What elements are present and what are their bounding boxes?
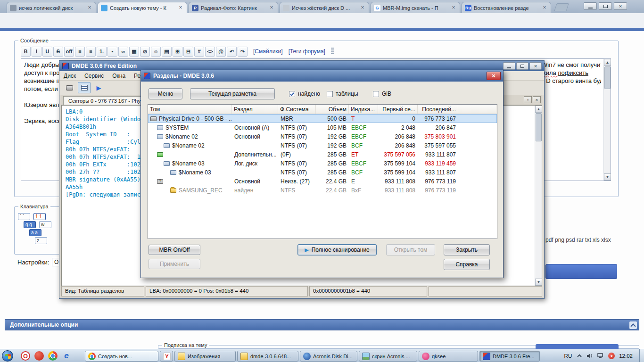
new-tab-button[interactable] xyxy=(554,3,569,11)
scroll-thumb[interactable] xyxy=(604,66,611,89)
tab-close-icon[interactable]: × xyxy=(86,5,93,11)
editor-attach-button[interactable]: @ xyxy=(216,47,226,57)
editor-underline-button[interactable]: U xyxy=(42,47,52,57)
editor-media-button[interactable]: ▤ xyxy=(162,47,172,57)
smilies-link[interactable]: [Смайлики] xyxy=(253,48,283,55)
column-header[interactable]: Объем xyxy=(316,105,349,114)
textarea-scrollbar[interactable]: ▲ ▼ xyxy=(603,59,611,181)
menu-item-1[interactable]: Диск xyxy=(59,73,80,79)
menu-item-2[interactable]: Сервис xyxy=(80,73,108,79)
browser-tab[interactable]: Создать новую тему - К× xyxy=(98,2,187,13)
editor-strike-button[interactable]: S xyxy=(53,47,63,57)
browser-tab[interactable]: Исчез жёсткий диск D ...× xyxy=(280,2,369,13)
tab-close-icon[interactable]: × xyxy=(359,5,366,11)
partition-row[interactable]: Дополнительн...(0F)285 GBET375 597 05693… xyxy=(148,150,497,159)
dmde-close-button[interactable]: × xyxy=(529,62,542,70)
blue-panel-button[interactable] xyxy=(545,264,617,279)
sectors-tab[interactable]: Секторы 0 - 976 773 167 - Phy xyxy=(63,96,146,105)
dialog-close-button[interactable]: × xyxy=(487,72,501,80)
current-layout-button[interactable]: Текущая разметка xyxy=(190,88,275,99)
editor-hash-button[interactable]: # xyxy=(194,47,204,57)
editor-italic-button[interactable]: I xyxy=(32,47,41,57)
partition-row[interactable]: SAMSUNG_RECнайденNTFS22.4 GBBxF933 111 8… xyxy=(148,186,497,195)
browser-tab[interactable]: GMBR-M.img скачать - П× xyxy=(371,2,460,13)
editor-scrollbar[interactable]: ▲ ▼ xyxy=(535,106,542,286)
browser-tab[interactable]: РРадикал-Фото: Картинк× xyxy=(189,2,278,13)
editor-undo-button[interactable]: ↶ xyxy=(227,47,237,57)
taskbar-button[interactable]: скрин Acronis ... xyxy=(359,351,417,362)
keyboard-key[interactable]: ` ` xyxy=(18,213,30,220)
dmde-maximize-button[interactable] xyxy=(516,62,528,70)
editor-unordered-list-button[interactable]: • xyxy=(107,47,117,57)
scroll-up-arrow[interactable]: ▲ xyxy=(535,106,542,113)
action-center-icon[interactable]: x xyxy=(608,353,615,359)
editor-align-right-button[interactable]: ≡ xyxy=(86,47,96,57)
keyboard-key[interactable]: a a xyxy=(29,229,41,236)
scroll-down-arrow[interactable]: ▼ xyxy=(535,279,542,286)
editor-redo-button[interactable]: ↷ xyxy=(238,47,248,57)
editor-link-button[interactable]: ∞ xyxy=(118,47,128,57)
dmde-minimize-button[interactable] xyxy=(503,62,515,70)
language-indicator[interactable]: RU xyxy=(564,353,572,359)
additional-options-header[interactable]: Дополнительные опции xyxy=(5,319,639,330)
column-header[interactable]: Том xyxy=(148,105,232,114)
tab-close-icon[interactable]: × xyxy=(541,5,548,11)
help-button[interactable]: Справка xyxy=(444,259,490,270)
column-header[interactable]: Ф.Система xyxy=(278,105,316,114)
taskbar-button[interactable]: Изображения xyxy=(174,351,236,362)
partition-row[interactable]: $Noname 03NTFS (07)285 GBBCF375 599 1049… xyxy=(148,168,497,177)
column-header[interactable]: Первый се... xyxy=(378,105,418,114)
open-volume-button[interactable]: Открыть том xyxy=(386,244,435,255)
editor-smiley-button[interactable]: ☺ xyxy=(151,47,161,57)
toolbar-grip-icon[interactable] xyxy=(331,48,334,55)
partition-row[interactable]: $Noname 02ОсновнойNTFS (07)192 GBEBCF206… xyxy=(148,132,497,141)
close-button[interactable]: Закрыть xyxy=(444,244,490,255)
editor-code-button[interactable]: <> xyxy=(205,47,215,57)
partitions-button[interactable] xyxy=(78,82,91,93)
partition-row[interactable]: ОсновнойНеизв. (27)22.4 GBE933 111 80897… xyxy=(148,177,497,186)
menu-item-3[interactable]: Окна xyxy=(108,73,130,79)
chrome-icon[interactable] xyxy=(48,351,58,361)
taskbar-button[interactable]: DMDE 3.0.6 Fre... xyxy=(479,351,540,362)
partition-row[interactable]: $Noname 02NTFS (07)192 GBBCF206 848375 5… xyxy=(148,141,497,150)
apply-button[interactable]: Применить xyxy=(149,259,200,269)
scroll-thumb[interactable] xyxy=(536,113,542,141)
taskbar-button[interactable]: dmde-3.0.6.648... xyxy=(237,351,298,362)
tab-close-icon[interactable]: × xyxy=(268,5,275,11)
full-scan-button[interactable]: ▶ Полное сканирование xyxy=(297,244,377,255)
keyboard-key[interactable]: q q xyxy=(24,221,36,228)
app-red-icon[interactable] xyxy=(34,351,44,361)
editor-ordered-list-button[interactable]: 1. xyxy=(97,47,107,57)
network-icon[interactable] xyxy=(597,353,604,359)
menu-button[interactable]: Меню xyxy=(149,88,182,99)
start-button[interactable] xyxy=(2,350,13,362)
taskbar-clock[interactable]: 12:02 xyxy=(619,353,633,359)
taskbar-button[interactable]: Acronis Disk Di... xyxy=(300,351,357,362)
open-disk-button[interactable] xyxy=(63,82,76,93)
editor-bold-button[interactable]: B xyxy=(21,47,31,57)
column-header[interactable]: Индика... xyxy=(349,105,378,114)
browser-tab[interactable]: RuВосстановление разде× xyxy=(462,2,551,13)
editor-image-button[interactable]: ▦ xyxy=(129,47,139,57)
window-close-button[interactable]: × xyxy=(614,2,627,10)
dialog-title-bar[interactable]: Разделы - DMDE 3.0.6 xyxy=(141,70,503,82)
tables-checkbox[interactable]: таблицы xyxy=(327,90,358,97)
tab-close-icon[interactable]: × xyxy=(450,5,457,11)
keyboard-key[interactable]: w xyxy=(39,221,51,228)
editor-no-parse-button[interactable]: ⊘ xyxy=(140,47,150,57)
editor-expand-button[interactable]: ⊞ xyxy=(173,47,182,57)
mdi-restore-button[interactable]: ▫ xyxy=(524,96,532,103)
scroll-down-arrow[interactable]: ▼ xyxy=(604,173,611,181)
window-maximize-button[interactable] xyxy=(599,2,612,10)
partitions-table[interactable]: ТомРазделФ.СистемаОбъемИндика...Первый с… xyxy=(148,104,497,239)
column-header[interactable]: Последний... xyxy=(418,105,458,114)
scroll-up-arrow[interactable]: ▲ xyxy=(604,59,611,66)
found-checkbox[interactable]: найдено xyxy=(289,90,320,97)
column-header[interactable]: Раздел xyxy=(232,105,278,114)
keyboard-key[interactable]: z xyxy=(35,237,47,244)
hidden-icons-chevron[interactable] xyxy=(577,354,582,358)
mbr-onoff-button[interactable]: MBR On/Off xyxy=(149,245,200,255)
browser-tab[interactable]: исчез логический диск× xyxy=(7,2,96,13)
forum-tags-link[interactable]: [Теги форума] xyxy=(289,48,325,55)
volume-icon[interactable] xyxy=(586,353,593,359)
